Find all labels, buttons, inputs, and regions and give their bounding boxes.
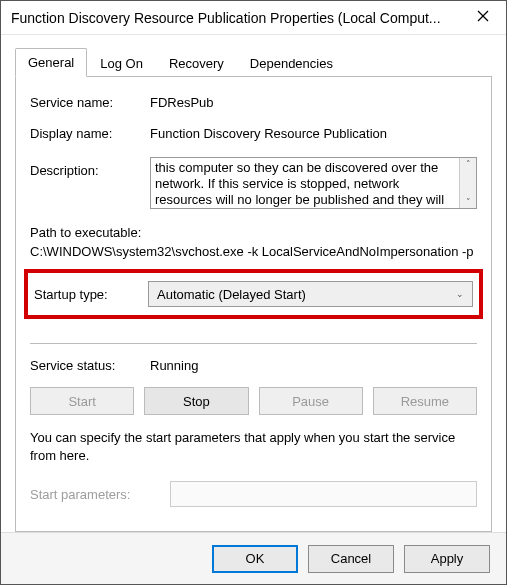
display-name-value: Function Discovery Resource Publication	[150, 126, 477, 141]
description-row: Description: this computer so they can b…	[30, 157, 477, 209]
ok-button[interactable]: OK	[212, 545, 298, 573]
scroll-up-icon: ˄	[466, 158, 471, 170]
pause-button[interactable]: Pause	[259, 387, 363, 415]
window-title: Function Discovery Resource Publication …	[1, 10, 460, 26]
scroll-down-icon: ˅	[466, 196, 471, 208]
service-status-row: Service status: Running	[30, 358, 477, 373]
properties-dialog: Function Discovery Resource Publication …	[0, 0, 507, 585]
tab-recovery[interactable]: Recovery	[156, 50, 237, 77]
start-button[interactable]: Start	[30, 387, 134, 415]
service-name-value: FDResPub	[150, 95, 477, 110]
service-name-label: Service name:	[30, 95, 150, 110]
close-button[interactable]	[460, 1, 506, 34]
path-label: Path to executable:	[30, 225, 477, 240]
startup-type-combobox[interactable]: Automatic (Delayed Start) ⌄	[148, 281, 473, 307]
apply-button[interactable]: Apply	[404, 545, 490, 573]
startup-type-value: Automatic (Delayed Start)	[157, 287, 306, 302]
cancel-button[interactable]: Cancel	[308, 545, 394, 573]
tab-dependencies[interactable]: Dependencies	[237, 50, 346, 77]
tabstrip: General Log On Recovery Dependencies	[15, 50, 492, 77]
resume-button[interactable]: Resume	[373, 387, 477, 415]
titlebar: Function Discovery Resource Publication …	[1, 1, 506, 35]
display-name-row: Display name: Function Discovery Resourc…	[30, 126, 477, 141]
description-box[interactable]: this computer so they can be discovered …	[150, 157, 477, 209]
description-label: Description:	[30, 157, 150, 178]
start-params-note: You can specify the start parameters tha…	[30, 429, 477, 465]
startup-type-highlight: Startup type: Automatic (Delayed Start) …	[24, 269, 483, 319]
start-params-row: Start parameters:	[30, 481, 477, 507]
start-params-label: Start parameters:	[30, 487, 170, 502]
dialog-body: General Log On Recovery Dependencies Ser…	[1, 35, 506, 532]
description-text: this computer so they can be discovered …	[151, 158, 459, 208]
service-name-row: Service name: FDResPub	[30, 95, 477, 110]
service-status-value: Running	[150, 358, 198, 373]
stop-button[interactable]: Stop	[144, 387, 248, 415]
startup-type-label: Startup type:	[34, 287, 148, 302]
description-scrollbar[interactable]: ˄ ˅	[459, 158, 476, 208]
path-block: Path to executable: C:\WINDOWS\system32\…	[30, 225, 477, 259]
close-icon	[477, 10, 489, 25]
chevron-down-icon: ⌄	[456, 289, 464, 299]
divider	[30, 343, 477, 344]
service-control-buttons: Start Stop Pause Resume	[30, 387, 477, 415]
service-status-label: Service status:	[30, 358, 150, 373]
tab-panel-general: Service name: FDResPub Display name: Fun…	[15, 76, 492, 532]
tab-log-on[interactable]: Log On	[87, 50, 156, 77]
dialog-buttons: OK Cancel Apply	[1, 532, 506, 584]
display-name-label: Display name:	[30, 126, 150, 141]
path-value: C:\WINDOWS\system32\svchost.exe -k Local…	[30, 244, 477, 259]
start-params-input[interactable]	[170, 481, 477, 507]
tab-general[interactable]: General	[15, 48, 87, 77]
